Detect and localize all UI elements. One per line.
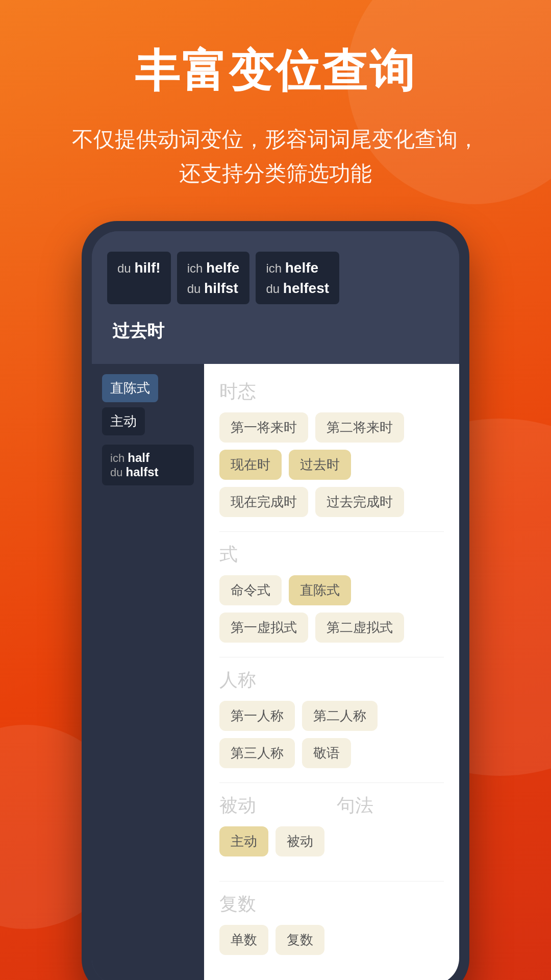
filter-tag-present[interactable]: 现在时	[219, 450, 282, 480]
person-tags: 第一人称 第二人称 第三人称 敬语	[219, 701, 444, 768]
filter-tag-2nd[interactable]: 第二人称	[302, 701, 378, 731]
filter-tag-indicative[interactable]: 直陈式	[289, 575, 351, 605]
voice-watermark: 被动	[219, 793, 327, 818]
verb-form-card: ich half du halfst	[102, 445, 194, 485]
main-title: 丰富变位查询	[135, 41, 416, 102]
mode-tags: 命令式 直陈式 第一虚拟式 第二虚拟式	[219, 575, 444, 643]
filter-tag-futur1[interactable]: 第一将来时	[219, 412, 308, 443]
filter-tag-imperative[interactable]: 命令式	[219, 575, 282, 605]
plural-label: 复数	[219, 892, 444, 917]
tooltip-1: du hilf!	[107, 252, 171, 304]
filter-tag-past[interactable]: 过去时	[289, 450, 351, 480]
filter-tag-perfect[interactable]: 现在完成时	[219, 487, 308, 517]
past-tense-label: 过去时	[112, 321, 164, 340]
filter-tag-1st[interactable]: 第一人称	[219, 701, 295, 731]
mode-label: 式	[219, 542, 444, 567]
filter-tag-passive[interactable]: 被动	[276, 826, 324, 856]
syntax-section: 句法	[337, 793, 444, 826]
filter-tag-subj2[interactable]: 第二虚拟式	[315, 612, 404, 643]
voice-tags: 主动 被动	[219, 826, 327, 856]
filter-tag-3rd[interactable]: 第三人称	[219, 738, 295, 768]
left-panel: 直陈式 主动 ich half du halfst	[92, 364, 204, 980]
voice-tag[interactable]: 主动	[102, 407, 145, 435]
tooltip-2: ich helfe du hilfst	[177, 252, 250, 304]
divider-3	[219, 782, 444, 783]
syntax-label: 句法	[337, 793, 444, 818]
phone-bottom-area: 直陈式 主动 ich half du halfst 时态 第一将来时 第二将来时	[92, 364, 459, 980]
phone-inner: du hilf! ich helfe du hilfst ich helfe d…	[92, 231, 459, 980]
divider-1	[219, 531, 444, 532]
filter-tag-formal[interactable]: 敬语	[302, 738, 351, 768]
filter-tag-plural[interactable]: 复数	[276, 925, 324, 955]
tense-label: 时态	[219, 379, 444, 404]
filter-tag-futur2[interactable]: 第二将来时	[315, 412, 404, 443]
past-tense-row: 过去时	[107, 320, 444, 343]
filter-tag-subj1[interactable]: 第一虚拟式	[219, 612, 308, 643]
filter-tag-active[interactable]: 主动	[219, 826, 268, 856]
phone-mockup: du hilf! ich helfe du hilfst ich helfe d…	[82, 221, 469, 980]
mode-tag[interactable]: 直陈式	[102, 374, 158, 402]
mode-filter-section: 式 命令式 直陈式 第一虚拟式 第二虚拟式	[219, 542, 444, 643]
divider-4	[219, 881, 444, 881]
filter-tag-singular[interactable]: 单数	[219, 925, 268, 955]
subtitle: 不仅提供动词变位，形容词词尾变化查询， 还支持分类筛选功能	[31, 122, 520, 190]
filter-tag-pluperfect[interactable]: 过去完成时	[315, 487, 404, 517]
right-filter-panel: 时态 第一将来时 第二将来时 现在时 过去时 现在完成时 过去完成时	[204, 364, 459, 980]
tense-tags: 第一将来时 第二将来时 现在时 过去时 现在完成时 过去完成时	[219, 412, 444, 517]
person-filter-section: 人称 第一人称 第二人称 第三人称 敬语	[219, 668, 444, 768]
voice-syntax-row: 被动 主动 被动 句法	[219, 793, 444, 871]
plural-filter-section: 复数 单数 复数	[219, 892, 444, 955]
tense-filter-section: 时态 第一将来时 第二将来时 现在时 过去时 现在完成时 过去完成时	[219, 379, 444, 517]
phone-top-area: du hilf! ich helfe du hilfst ich helfe d…	[92, 231, 459, 364]
voice-filter-section: 被动 主动 被动	[219, 793, 327, 856]
tooltip-3: ich helfe du helfest	[256, 252, 339, 304]
divider-2	[219, 657, 444, 657]
person-label: 人称	[219, 668, 444, 693]
plural-tags: 单数 复数	[219, 925, 444, 955]
tooltips-row: du hilf! ich helfe du hilfst ich helfe d…	[107, 252, 444, 304]
